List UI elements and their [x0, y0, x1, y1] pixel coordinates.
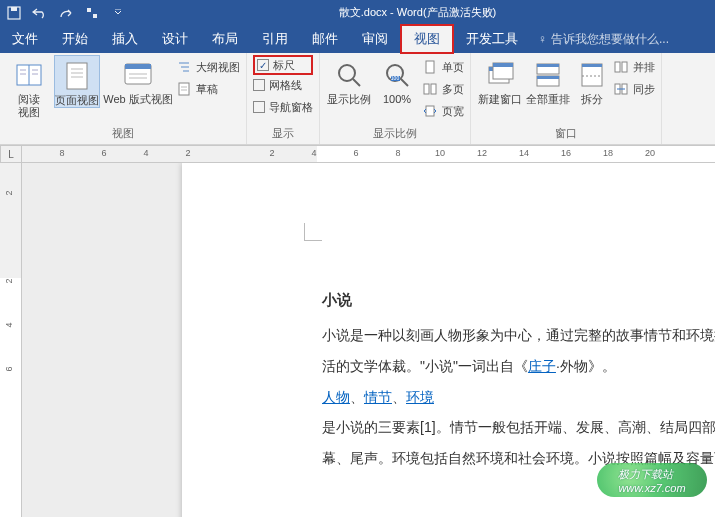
- window-title: 散文.docx - Word(产品激活失败): [126, 5, 709, 20]
- tab-review[interactable]: 审阅: [350, 25, 400, 53]
- group-show: ✓标尺 网格线 导航窗格 显示: [247, 53, 320, 144]
- tab-home[interactable]: 开始: [50, 25, 100, 53]
- ribbon-tabs: 文件 开始 插入 设计 布局 引用 邮件 审阅 视图 开发工具 ♀ 告诉我您想要…: [0, 25, 715, 53]
- side-by-side-button[interactable]: 并排: [613, 57, 655, 77]
- ruler-checkbox[interactable]: ✓标尺: [253, 55, 313, 75]
- arrange-all-button[interactable]: 全部重排: [525, 55, 571, 106]
- group-zoom-label: 显示比例: [326, 124, 464, 144]
- multi-page-button[interactable]: 多页: [422, 79, 464, 99]
- watermark-logo: 极力下载站 www.xz7.com: [597, 463, 707, 497]
- redo-icon[interactable]: [58, 5, 74, 21]
- svg-rect-47: [622, 62, 627, 72]
- undo-icon[interactable]: [32, 5, 48, 21]
- svg-text:100: 100: [391, 75, 400, 81]
- tell-me-label: 告诉我您想要做什么...: [551, 31, 669, 48]
- ruler-tick: 2: [4, 278, 14, 283]
- one-page-button[interactable]: 单页: [422, 57, 464, 77]
- svg-rect-1: [11, 7, 17, 11]
- ruler-corner[interactable]: L: [0, 145, 22, 163]
- vertical-ruler[interactable]: 2246: [0, 163, 22, 517]
- zoom-button[interactable]: 显示比例: [326, 55, 372, 106]
- svg-rect-22: [179, 83, 189, 95]
- svg-rect-3: [93, 14, 97, 18]
- doc-paragraph: 小说是一种以刻画人物形象为中心，通过完整的故事情节和环境描写来: [322, 320, 715, 351]
- tab-mailings[interactable]: 邮件: [300, 25, 350, 53]
- ribbon: 阅读 视图 页面视图 Web 版式视图 大纲视图 草稿 视图 ✓标尺 网格线 导…: [0, 53, 715, 145]
- tab-view[interactable]: 视图: [400, 24, 454, 54]
- group-show-label: 显示: [253, 124, 313, 144]
- group-views: 阅读 视图 页面视图 Web 版式视图 大纲视图 草稿 视图: [0, 53, 247, 144]
- svg-rect-43: [582, 64, 602, 86]
- ruler-tick: 4: [143, 148, 148, 158]
- checkbox-icon: [253, 79, 265, 91]
- outline-icon: [176, 59, 192, 75]
- zoom-100-icon: 100: [381, 59, 413, 91]
- ruler-tick: 10: [435, 148, 445, 158]
- svg-line-30: [401, 79, 408, 86]
- read-mode-icon: [13, 59, 45, 91]
- ruler-tick: 18: [603, 148, 613, 158]
- draft-view-button[interactable]: 草稿: [176, 79, 240, 99]
- touch-mode-icon[interactable]: [84, 5, 100, 21]
- tab-developer[interactable]: 开发工具: [454, 25, 530, 53]
- tab-references[interactable]: 引用: [250, 25, 300, 53]
- link-environment[interactable]: 环境: [406, 389, 434, 405]
- tab-file[interactable]: 文件: [0, 25, 50, 53]
- ruler-tick: 8: [59, 148, 64, 158]
- ruler-tick: 4: [311, 148, 316, 158]
- gridlines-checkbox[interactable]: 网格线: [253, 75, 313, 95]
- svg-rect-32: [424, 84, 429, 94]
- tab-insert[interactable]: 插入: [100, 25, 150, 53]
- print-layout-icon: [61, 60, 93, 92]
- group-window: 新建窗口 全部重排 拆分 并排 同步 窗口: [471, 53, 662, 144]
- ruler-tick: 20: [645, 148, 655, 158]
- link-character[interactable]: 人物: [322, 389, 350, 405]
- draft-icon: [176, 81, 192, 97]
- outline-view-button[interactable]: 大纲视图: [176, 57, 240, 77]
- zoom-100-button[interactable]: 100 100%: [374, 55, 420, 106]
- svg-rect-11: [67, 63, 87, 89]
- print-layout-button[interactable]: 页面视图: [54, 55, 100, 108]
- ruler-tick: 8: [395, 148, 400, 158]
- link-plot[interactable]: 情节: [364, 389, 392, 405]
- sync-scroll-button[interactable]: 同步: [613, 79, 655, 99]
- qat-dropdown-icon[interactable]: [110, 5, 126, 21]
- ruler-tick: 6: [101, 148, 106, 158]
- link-zhuangzi[interactable]: 庄子: [528, 358, 556, 374]
- web-layout-icon: [122, 59, 154, 91]
- doc-heading: 小说: [322, 283, 715, 316]
- checkbox-icon: [253, 101, 265, 113]
- svg-point-25: [339, 65, 355, 81]
- lightbulb-icon: ♀: [538, 32, 547, 46]
- side-by-side-icon: [613, 59, 629, 75]
- one-page-icon: [422, 59, 438, 75]
- tell-me-search[interactable]: ♀ 告诉我您想要做什么...: [530, 25, 669, 53]
- multi-page-icon: [422, 81, 438, 97]
- web-layout-button[interactable]: Web 版式视图: [102, 55, 174, 106]
- new-window-button[interactable]: 新建窗口: [477, 55, 523, 106]
- horizontal-ruler[interactable]: 86422468101214161820: [22, 145, 715, 163]
- save-icon[interactable]: [6, 5, 22, 21]
- doc-paragraph: 是小说的三要素[1]。情节一般包括开端、发展、高潮、结局四部分，: [322, 412, 715, 443]
- page-width-icon: [422, 103, 438, 119]
- read-mode-button[interactable]: 阅读 视图: [6, 55, 52, 119]
- magnifier-icon: [333, 59, 365, 91]
- split-button[interactable]: 拆分: [573, 55, 611, 106]
- svg-rect-38: [493, 63, 513, 67]
- ruler-tick: 2: [185, 148, 190, 158]
- ruler-tick: 4: [4, 322, 14, 327]
- svg-rect-16: [125, 64, 151, 69]
- split-icon: [576, 59, 608, 91]
- navpane-checkbox[interactable]: 导航窗格: [253, 97, 313, 117]
- doc-paragraph: 人物、情节、环境: [322, 382, 715, 413]
- group-zoom: 显示比例 100 100% 单页 多页 页宽 显示比例: [320, 53, 471, 144]
- checkbox-checked-icon: ✓: [257, 59, 269, 71]
- svg-line-26: [353, 79, 360, 86]
- page-width-button[interactable]: 页宽: [422, 101, 464, 121]
- arrange-all-icon: [532, 59, 564, 91]
- tab-design[interactable]: 设计: [150, 25, 200, 53]
- svg-rect-2: [87, 8, 91, 12]
- tab-layout[interactable]: 布局: [200, 25, 250, 53]
- svg-rect-31: [426, 61, 434, 73]
- ruler-tick: 12: [477, 148, 487, 158]
